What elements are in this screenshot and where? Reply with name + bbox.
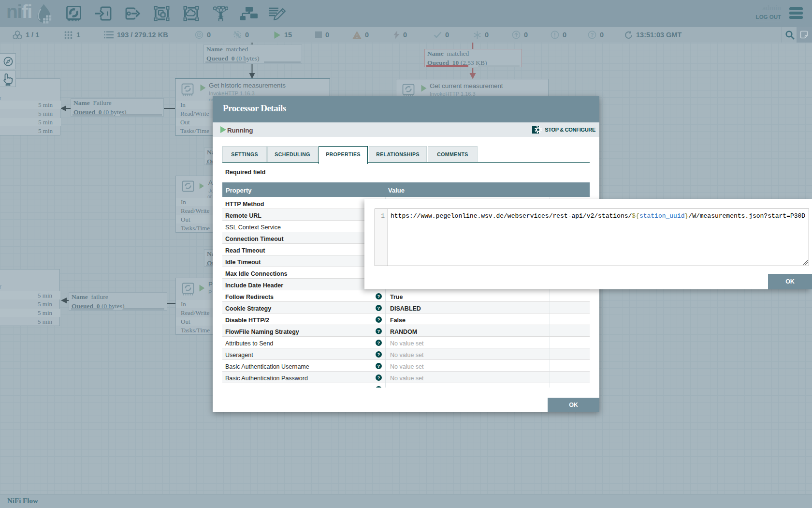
- svg-text:?: ?: [591, 32, 594, 38]
